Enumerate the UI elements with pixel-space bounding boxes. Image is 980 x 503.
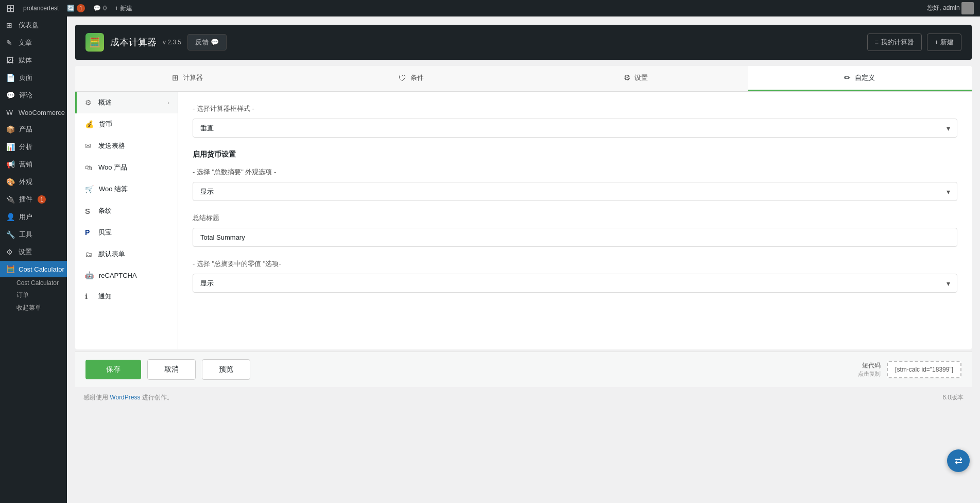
total-summary-select-wrapper: 显示 隐藏 ▾ — [193, 182, 957, 201]
sidebar-sub-collapse[interactable]: 收起菜单 — [0, 301, 67, 314]
update-count[interactable]: 🔄 1 — [67, 4, 85, 12]
version-badge: v 2.3.5 — [163, 39, 181, 46]
tabs-bar: ⊞ 计算器 🛡 条件 ⚙ 设置 ✏ 自定义 — [75, 66, 972, 92]
sidebar-item-analytics[interactable]: 📊 分析 — [0, 138, 67, 156]
sidebar-item-plugins[interactable]: 🔌 插件 1 — [0, 191, 67, 208]
recaptcha-icon: 🤖 — [85, 271, 94, 279]
admin-bar: ⊞ prolancertest 🔄 1 💬 0 + 新建 您好, admin — [0, 0, 980, 16]
settings-tab-icon: ⚙ — [624, 73, 630, 82]
feedback-button[interactable]: 反馈 💬 — [187, 34, 227, 51]
sub-item-woo-products[interactable]: 🛍 Woo 产品 — [75, 157, 178, 178]
products-icon: 📦 — [6, 125, 15, 133]
my-calculator-button[interactable]: ≡ 我的计算器 — [867, 33, 922, 51]
sidebar-item-products[interactable]: 📦 产品 — [0, 121, 67, 138]
users-icon: 👤 — [6, 213, 15, 221]
overview-icon: ⚙ — [85, 98, 93, 107]
tab-conditions[interactable]: 🛡 条件 — [299, 66, 523, 91]
total-summary-label: - 选择 "总数摘要" 外观选项 - — [193, 167, 957, 177]
user-avatar — [961, 2, 974, 14]
save-button[interactable]: 保存 — [85, 360, 141, 379]
cancel-button[interactable]: 取消 — [147, 359, 196, 380]
sub-item-currency[interactable]: 💰 货币 — [75, 113, 178, 135]
currency-icon: 💰 — [85, 120, 94, 128]
sidebar-item-comments[interactable]: 💬 评论 — [0, 87, 67, 104]
shortcode-value[interactable]: [stm-calc id="18399"] — [887, 361, 961, 378]
sub-item-recaptcha[interactable]: 🤖 reCAPTCHA — [75, 265, 178, 286]
posts-icon: ✎ — [6, 39, 14, 47]
shipping-icon: ✉ — [85, 142, 93, 150]
currency-section-title: 启用货币设置 — [193, 150, 957, 159]
sidebar-item-media[interactable]: 🖼 媒体 — [0, 52, 67, 69]
sidebar-sub-cost-calculator[interactable]: Cost Calculator — [0, 277, 67, 289]
tab-customize[interactable]: ✏ 自定义 — [748, 66, 972, 91]
stripe-icon: S — [85, 207, 93, 215]
sidebar-item-appearance[interactable]: 🎨 外观 — [0, 173, 67, 191]
total-title-label: 总结标题 — [193, 213, 957, 223]
zero-value-select[interactable]: 显示 隐藏 — [193, 274, 957, 293]
new-calculator-button[interactable]: + 新建 — [927, 33, 961, 51]
total-summary-select[interactable]: 显示 隐藏 — [193, 182, 957, 201]
conditions-tab-icon: 🛡 — [399, 74, 406, 82]
woo-products-icon: 🛍 — [85, 163, 93, 172]
page-title: 成本计算器 — [110, 36, 157, 48]
chevron-right-icon: › — [167, 99, 169, 106]
analytics-icon: 📊 — [6, 143, 15, 151]
sidebar-item-marketing[interactable]: 📢 营销 — [0, 156, 67, 173]
wordpress-link[interactable]: WordPress — [110, 394, 140, 401]
sub-sidebar: ⚙ 概述 › 💰 货币 ✉ 发送表格 🛍 Woo 产品 🛒 — [75, 92, 178, 349]
user-greeting: 您好, admin — [927, 2, 974, 14]
customize-tab-icon: ✏ — [844, 73, 851, 82]
calc-style-select[interactable]: 垂直 水平 — [193, 119, 957, 138]
zero-value-label: - 选择 "总摘要中的零值 "选项- — [193, 259, 957, 269]
calc-icon: 🧮 — [6, 265, 14, 273]
sidebar-sub-orders[interactable]: 订单 — [0, 289, 67, 301]
marketing-icon: 📢 — [6, 160, 15, 169]
sidebar-item-pages[interactable]: 📄 页面 — [0, 69, 67, 87]
sidebar-item-posts[interactable]: ✎ 文章 — [0, 34, 67, 52]
content-area: - 选择计算器框样式 - 垂直 水平 ▾ 启用货币设置 - 选择 "总数摘要" … — [178, 92, 972, 349]
sub-item-woo-checkout[interactable]: 🛒 Woo 结算 — [75, 178, 178, 200]
total-title-input[interactable] — [193, 228, 957, 247]
settings-icon: ⚙ — [6, 248, 14, 256]
page-header-left: 🧮 成本计算器 v 2.3.5 反馈 💬 — [85, 33, 227, 52]
sub-item-notifications[interactable]: ℹ 通知 — [75, 286, 178, 307]
main-panel: ⚙ 概述 › 💰 货币 ✉ 发送表格 🛍 Woo 产品 🛒 — [75, 92, 972, 349]
dashboard-icon: ⊞ — [6, 21, 14, 29]
calc-style-select-wrapper: 垂直 水平 ▾ — [193, 119, 957, 138]
tab-calculator[interactable]: ⊞ 计算器 — [75, 66, 299, 91]
main-content: 🧮 成本计算器 v 2.3.5 反馈 💬 ≡ 我的计算器 + 新建 ⊞ 计算器 … — [67, 16, 980, 503]
floating-action-button[interactable]: ⇄ — [947, 449, 970, 472]
notifications-icon: ℹ — [85, 292, 93, 300]
sidebar-item-tools[interactable]: 🔧 工具 — [0, 226, 67, 243]
preview-button[interactable]: 预览 — [202, 359, 250, 380]
pages-icon: 📄 — [6, 74, 15, 82]
sub-item-paypal[interactable]: P 贝宝 — [75, 222, 178, 243]
sub-item-default-form[interactable]: 🗂 默认表单 — [75, 243, 178, 265]
woo-checkout-icon: 🛒 — [85, 185, 94, 193]
plugins-icon: 🔌 — [6, 195, 15, 204]
sidebar-item-dashboard[interactable]: ⊞ 仪表盘 — [0, 16, 67, 34]
page-header-right: ≡ 我的计算器 + 新建 — [867, 33, 961, 51]
calculator-tab-icon: ⊞ — [172, 73, 179, 82]
zero-value-select-wrapper: 显示 隐藏 ▾ — [193, 274, 957, 293]
wp-logo: ⊞ — [6, 2, 15, 14]
paypal-icon: P — [85, 228, 93, 237]
comment-count[interactable]: 💬 0 — [93, 5, 107, 12]
version-text: 6.0版本 — [942, 393, 964, 402]
site-name[interactable]: prolancertest — [23, 5, 59, 12]
tools-icon: 🔧 — [6, 230, 15, 239]
sidebar-item-woocommerce[interactable]: W WooCommerce — [0, 104, 67, 121]
sub-item-stripe[interactable]: S 条纹 — [75, 200, 178, 222]
sidebar-item-settings[interactable]: ⚙ 设置 — [0, 243, 67, 261]
sidebar-item-cost-calculator[interactable]: 🧮 Cost Calculator — [0, 261, 67, 277]
new-item-button[interactable]: + 新建 — [115, 4, 132, 13]
bottom-footer: 感谢使用 WordPress 进行创作。 6.0版本 — [75, 387, 972, 408]
tab-settings[interactable]: ⚙ 设置 — [524, 66, 748, 91]
calc-style-label: - 选择计算器框样式 - — [193, 104, 957, 113]
sub-item-shipping[interactable]: ✉ 发送表格 — [75, 135, 178, 157]
app-logo: 🧮 — [85, 33, 104, 52]
floating-btn-icon: ⇄ — [955, 455, 962, 466]
woo-icon: W — [6, 108, 14, 116]
sub-item-overview[interactable]: ⚙ 概述 › — [75, 92, 178, 113]
sidebar-item-users[interactable]: 👤 用户 — [0, 208, 67, 226]
